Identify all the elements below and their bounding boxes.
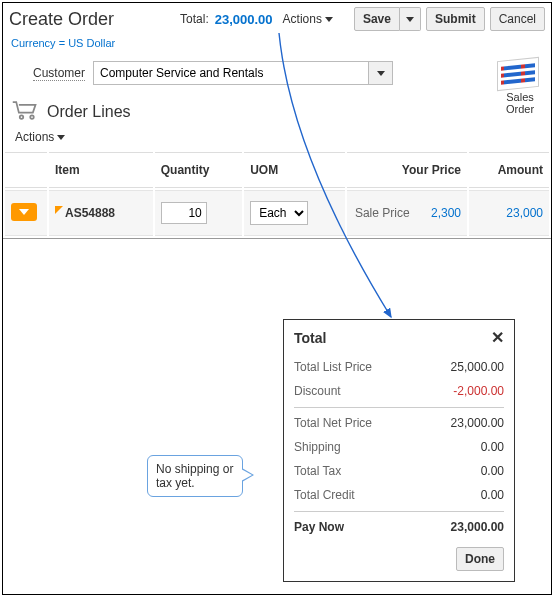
sales-order-label-2: Order — [497, 103, 543, 115]
chevron-down-icon — [57, 135, 65, 140]
amount-value: 23,000 — [469, 190, 549, 236]
svg-point-0 — [20, 115, 24, 119]
col-quantity: Quantity — [155, 152, 242, 188]
col-item: Item — [49, 152, 153, 188]
page-title: Create Order — [9, 9, 114, 30]
chevron-down-icon — [325, 17, 333, 22]
col-uom: UOM — [244, 152, 345, 188]
list-price-label: Total List Price — [294, 360, 372, 374]
discount-label: Discount — [294, 384, 341, 398]
shipping-value: 0.00 — [481, 440, 504, 454]
your-price-value[interactable]: 2,300 — [431, 206, 461, 220]
net-value: 23,000.00 — [451, 416, 504, 430]
sales-order-tile[interactable]: Sales Order — [497, 59, 543, 115]
price-type: Sale Price — [355, 206, 410, 220]
lines-actions-menu[interactable]: Actions — [15, 130, 65, 144]
done-button[interactable]: Done — [456, 547, 504, 571]
header-actions-label: Actions — [283, 12, 322, 26]
paynow-label: Pay Now — [294, 520, 344, 534]
annotation-callout: No shipping or tax yet. — [147, 455, 243, 497]
tax-value: 0.00 — [481, 464, 504, 478]
uom-select[interactable]: Each — [250, 201, 308, 225]
save-caret[interactable] — [400, 7, 421, 31]
shipping-label: Shipping — [294, 440, 341, 454]
cart-icon — [11, 99, 39, 124]
close-icon[interactable]: ✕ — [491, 328, 504, 347]
total-label: Total: — [180, 12, 209, 26]
table-row: AS54888 Each Sale Price 2,300 23,000 — [5, 190, 549, 236]
customer-dropdown-button[interactable] — [369, 61, 393, 85]
col-your-price: Your Price — [347, 152, 467, 188]
customer-input[interactable] — [93, 61, 369, 85]
order-lines-table: Item Quantity UOM Your Price Amount AS54… — [3, 150, 551, 238]
total-value[interactable]: 23,000.00 — [215, 12, 273, 27]
chevron-down-icon — [406, 17, 414, 22]
flag-icon — [55, 206, 63, 214]
submit-button[interactable]: Submit — [426, 7, 485, 31]
customer-label: Customer — [33, 66, 85, 81]
paynow-value: 23,000.00 — [451, 520, 504, 534]
svg-point-1 — [30, 115, 34, 119]
totals-popup: Total ✕ Total List Price25,000.00 Discou… — [283, 319, 515, 582]
chevron-down-icon — [377, 71, 385, 76]
item-code: AS54888 — [65, 206, 115, 220]
credit-label: Total Credit — [294, 488, 355, 502]
sales-order-icon — [497, 57, 539, 91]
net-label: Total Net Price — [294, 416, 372, 430]
header-actions-menu[interactable]: Actions — [283, 12, 333, 26]
order-lines-title: Order Lines — [47, 103, 131, 121]
quantity-input[interactable] — [161, 202, 207, 224]
discount-value: -2,000.00 — [453, 384, 504, 398]
col-amount: Amount — [469, 152, 549, 188]
currency-text: Currency = US Dollar — [3, 35, 551, 55]
lines-actions-label: Actions — [15, 130, 54, 144]
credit-value: 0.00 — [481, 488, 504, 502]
cancel-button[interactable]: Cancel — [490, 7, 545, 31]
sales-order-label-1: Sales — [497, 91, 543, 103]
list-price-value: 25,000.00 — [451, 360, 504, 374]
tax-label: Total Tax — [294, 464, 341, 478]
row-expand-button[interactable] — [11, 203, 37, 221]
save-split-button[interactable]: Save — [354, 7, 421, 31]
totals-title: Total — [294, 330, 326, 346]
save-button[interactable]: Save — [354, 7, 400, 31]
